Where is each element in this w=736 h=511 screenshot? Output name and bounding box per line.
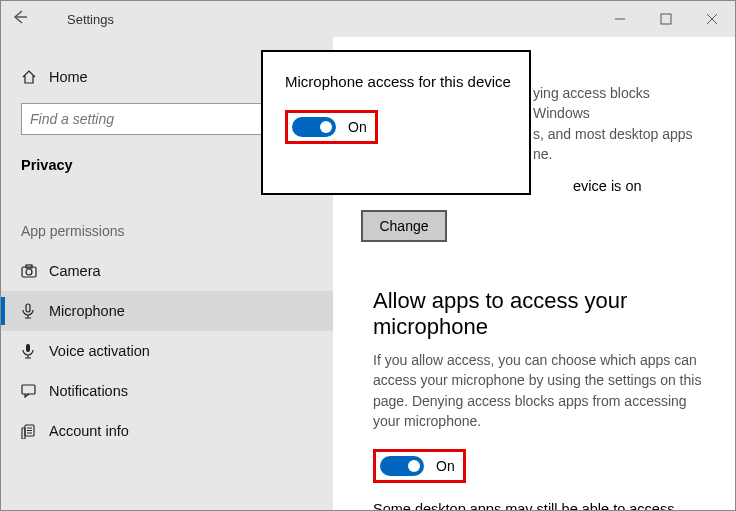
notifications-icon [21, 384, 49, 398]
maximize-icon [660, 13, 672, 25]
account-icon [21, 424, 49, 439]
change-button[interactable]: Change [361, 210, 447, 242]
note-text: Some desktop apps may still be able to a… [373, 499, 705, 510]
callout-toggle-row: On [285, 110, 511, 144]
section-description: If you allow access, you can choose whic… [373, 350, 705, 431]
settings-window: Settings Home Privacy App [0, 0, 736, 511]
svg-rect-9 [26, 304, 30, 312]
desc-frag1: ying access blocks Windows [533, 85, 650, 121]
note-part: Some desktop apps may still be able to a… [373, 501, 682, 510]
svg-rect-11 [22, 385, 35, 394]
nav-label: Microphone [49, 303, 125, 319]
nav-label: Voice activation [49, 343, 150, 359]
close-button[interactable] [689, 1, 735, 37]
toggle-thumb [408, 460, 420, 472]
camera-icon [21, 264, 49, 278]
window-title: Settings [67, 12, 114, 27]
arrow-left-icon [12, 9, 28, 25]
voice-icon [21, 343, 49, 359]
sidebar-group: App permissions [1, 189, 333, 251]
toggle-label: On [348, 119, 367, 135]
callout-panel: Microphone access for this device On [261, 50, 531, 195]
callout-title: Microphone access for this device [285, 72, 511, 92]
nav-microphone[interactable]: Microphone [1, 291, 333, 331]
svg-rect-10 [26, 344, 30, 352]
nav-label: Camera [49, 263, 101, 279]
back-button[interactable] [1, 9, 39, 29]
titlebar: Settings [1, 1, 735, 37]
microphone-icon [21, 303, 49, 319]
toggle-thumb [320, 121, 332, 133]
window-controls [597, 1, 735, 37]
desc-frag3: ne. [533, 146, 552, 162]
desc-frag2: s, and most desktop apps [533, 126, 693, 142]
toggle-switch[interactable] [292, 117, 336, 137]
section-heading: Allow apps to access your microphone [373, 288, 705, 340]
nav-label: Notifications [49, 383, 128, 399]
nav-label: Account info [49, 423, 129, 439]
highlight-box: On [285, 110, 378, 144]
nav-camera[interactable]: Camera [1, 251, 333, 291]
allow-apps-toggle-row: On [373, 449, 705, 483]
change-label: Change [379, 218, 428, 234]
nav-label: Home [49, 69, 88, 85]
highlight-box: On [373, 449, 466, 483]
nav-account-info[interactable]: Account info [1, 411, 333, 451]
toggle-switch[interactable] [380, 456, 424, 476]
close-icon [706, 13, 718, 25]
svg-point-7 [26, 269, 32, 275]
svg-rect-16 [22, 428, 25, 439]
nav-notifications[interactable]: Notifications [1, 371, 333, 411]
toggle-label: On [436, 458, 455, 474]
maximize-button[interactable] [643, 1, 689, 37]
status-frag: evice is on [573, 178, 642, 194]
minimize-icon [614, 13, 626, 25]
svg-rect-1 [661, 14, 671, 24]
home-icon [21, 69, 49, 85]
minimize-button[interactable] [597, 1, 643, 37]
nav-voice-activation[interactable]: Voice activation [1, 331, 333, 371]
